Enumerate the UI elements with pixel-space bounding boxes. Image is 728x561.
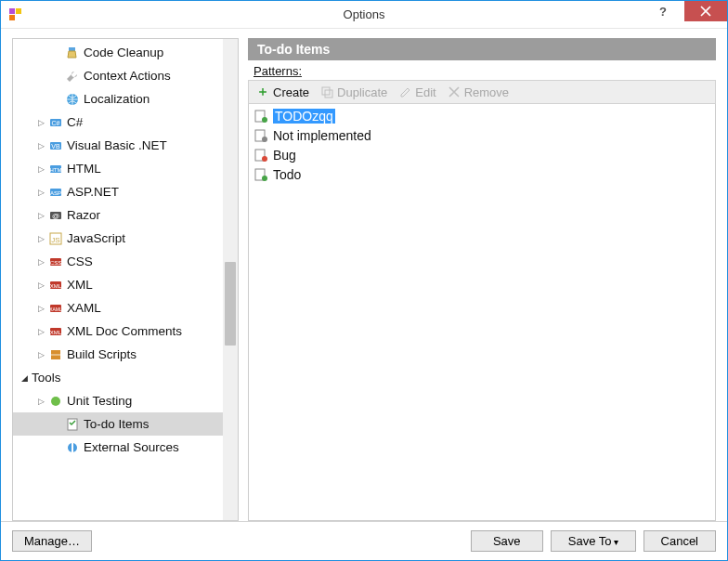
tree-item-label: To-do Items	[84, 417, 150, 431]
expander-icon[interactable]	[35, 140, 46, 150]
tree-item-label: CSS	[67, 254, 93, 268]
tree-item[interactable]: HTMHTML	[13, 157, 223, 180]
tree-item-label: Build Scripts	[67, 347, 136, 361]
csharp-icon: C#	[48, 115, 63, 130]
todo-icon	[65, 417, 80, 432]
svg-text:XAML: XAML	[49, 307, 62, 312]
tree-item[interactable]: ASPASP.NET	[13, 180, 223, 203]
tree-item-label: JavaScript	[67, 231, 125, 245]
svg-text:JS: JS	[51, 236, 59, 244]
window-controls: ?	[642, 1, 727, 21]
expander-icon[interactable]	[19, 372, 30, 383]
tree-item[interactable]: @Razor	[13, 203, 223, 227]
save-button[interactable]: Save	[471, 530, 543, 552]
tree-item[interactable]: External Sources	[13, 436, 223, 459]
tree-scrollbar[interactable]	[223, 39, 238, 520]
tree-item-label: C#	[67, 115, 83, 129]
edit-label: Edit	[415, 85, 436, 99]
save-to-button[interactable]: Save To	[551, 530, 636, 552]
expander-icon[interactable]	[35, 256, 46, 267]
tree-item[interactable]: Code Cleanup	[13, 41, 223, 64]
svg-point-27	[51, 397, 60, 406]
expander-icon[interactable]	[35, 349, 46, 359]
edit-button[interactable]: Edit	[398, 85, 436, 99]
tree-item-label: Razor	[67, 208, 100, 222]
pattern-label: Todo	[273, 167, 301, 182]
expander-icon[interactable]	[35, 303, 46, 313]
pattern-row[interactable]: Not implemented	[251, 125, 713, 145]
svg-text:VB: VB	[51, 143, 60, 150]
svg-text:ASP: ASP	[50, 190, 61, 196]
js-icon: JS	[48, 231, 63, 246]
duplicate-icon	[320, 85, 333, 98]
tree-item[interactable]: CSSCSS	[13, 250, 223, 273]
pencil-icon	[398, 85, 411, 98]
svg-rect-2	[9, 15, 15, 20]
svg-rect-1	[16, 8, 21, 14]
svg-rect-32	[325, 90, 332, 98]
remove-label: Remove	[464, 85, 509, 99]
tree-item[interactable]: XMLXML	[13, 273, 223, 296]
tree-item-label: Context Actions	[84, 69, 171, 83]
pat-green-icon	[254, 167, 268, 182]
vb-icon: VB	[48, 138, 63, 153]
expander-icon[interactable]	[35, 396, 46, 406]
options-tree-scroll[interactable]: Code CleanupContext ActionsLocalizationC…	[13, 39, 223, 520]
tree-item-label: ASP.NET	[67, 185, 119, 199]
expander-icon[interactable]	[35, 187, 46, 197]
tree-item[interactable]: VBVisual Basic .NET	[13, 134, 223, 157]
pattern-label: Not implemented	[273, 128, 371, 143]
svg-rect-31	[322, 87, 330, 95]
cancel-button[interactable]: Cancel	[644, 530, 716, 552]
create-label: Create	[273, 85, 309, 99]
tree-item-label: Code Cleanup	[84, 46, 163, 59]
right-pane: To-do Items Patterns: ＋ Create Duplicate…	[248, 38, 716, 521]
tree-item[interactable]: Build Scripts	[13, 343, 223, 366]
cleanup-icon	[65, 46, 80, 60]
expander-icon[interactable]	[35, 210, 46, 220]
remove-button[interactable]: Remove	[448, 85, 509, 99]
help-button[interactable]: ?	[642, 1, 684, 21]
globe-icon	[65, 92, 80, 107]
razor-icon: @	[48, 208, 63, 223]
scrollbar-thumb[interactable]	[225, 262, 236, 346]
pattern-row[interactable]: TODOzqq	[251, 106, 713, 125]
tree-item[interactable]: C#C#	[13, 111, 223, 134]
manage-button[interactable]: Manage…	[12, 530, 92, 552]
pattern-row[interactable]: Bug	[251, 145, 713, 164]
tree-item-label: HTML	[67, 162, 101, 176]
tree-item[interactable]: XMLXML Doc Comments	[13, 320, 223, 343]
dialog-button-bar: Manage… Save Save To Cancel	[1, 521, 727, 560]
tree-item[interactable]: Unit Testing	[13, 389, 223, 412]
tree-item-label: Tools	[32, 371, 61, 385]
pattern-row[interactable]: Todo	[251, 164, 713, 184]
tree-item[interactable]: Context Actions	[13, 64, 223, 87]
tree-item[interactable]: JSJavaScript	[13, 227, 223, 250]
tree-item[interactable]: To-do Items	[13, 412, 223, 436]
tree-item[interactable]: Localization	[13, 87, 223, 111]
window-title: Options	[1, 7, 727, 21]
expander-icon[interactable]	[35, 117, 46, 127]
expander-icon[interactable]	[35, 280, 46, 290]
tree-item-label: XAML	[67, 301, 101, 315]
expander-icon[interactable]	[35, 233, 46, 243]
titlebar: Options ?	[1, 1, 727, 29]
create-button[interactable]: ＋ Create	[256, 85, 309, 99]
expander-icon[interactable]	[35, 163, 46, 174]
options-tree: Code CleanupContext ActionsLocalizationC…	[12, 38, 239, 521]
expander-icon[interactable]	[35, 326, 46, 336]
patterns-list[interactable]: TODOzqqNot implementedBugTodo	[248, 104, 716, 521]
svg-text:HTM: HTM	[50, 167, 62, 173]
tree-item-label: Localization	[84, 92, 150, 106]
tree-item-label: Visual Basic .NET	[67, 138, 167, 152]
svg-text:C#: C#	[52, 120, 60, 126]
test-icon	[48, 394, 63, 409]
pat-green-icon	[254, 109, 268, 124]
svg-rect-3	[69, 47, 75, 51]
close-button[interactable]	[684, 1, 727, 21]
tree-item[interactable]: XAMLXAML	[13, 296, 223, 320]
tree-item[interactable]: Tools	[13, 366, 223, 389]
svg-text:CSS: CSS	[50, 260, 61, 266]
ext-icon	[65, 440, 80, 455]
duplicate-button[interactable]: Duplicate	[320, 85, 387, 99]
